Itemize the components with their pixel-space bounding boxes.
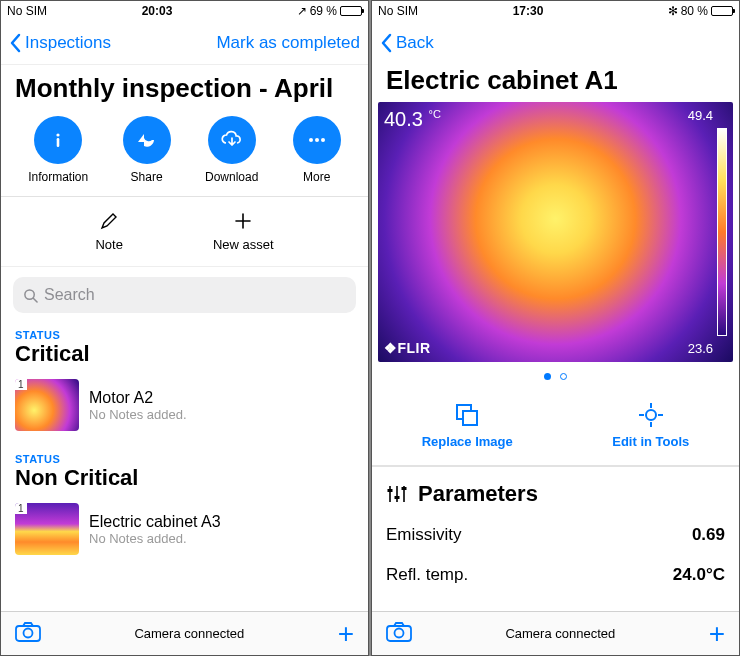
thumb-badge: 1 bbox=[15, 379, 27, 390]
asset-title: Electric cabinet A3 bbox=[89, 513, 221, 531]
footer-status: Camera connected bbox=[505, 626, 615, 641]
replace-icon bbox=[454, 402, 480, 428]
asset-subtitle: No Notes added. bbox=[89, 407, 187, 422]
share-label: Share bbox=[131, 170, 163, 184]
info-icon bbox=[48, 130, 68, 150]
mark-completed-button[interactable]: Mark as completed bbox=[216, 33, 360, 53]
dot-active bbox=[544, 373, 551, 380]
status-right: ✻ 80 % bbox=[578, 4, 733, 18]
nav-bar: Back bbox=[372, 21, 739, 65]
status-bar: No SIM 17:30 ✻ 80 % bbox=[372, 1, 739, 21]
svg-rect-13 bbox=[402, 487, 407, 490]
search-input[interactable]: Search bbox=[13, 277, 356, 313]
pencil-icon bbox=[99, 211, 119, 231]
footer-bar: Camera connected + bbox=[372, 611, 739, 655]
param-row-refl-temp[interactable]: Refl. temp. 24.0°C bbox=[372, 555, 739, 595]
more-label: More bbox=[303, 170, 330, 184]
page-title: Monthly inspection - April bbox=[1, 65, 368, 110]
footer-bar: Camera connected + bbox=[1, 611, 368, 655]
back-button[interactable]: Back bbox=[380, 33, 434, 53]
new-asset-button[interactable]: New asset bbox=[213, 211, 274, 252]
thermal-image[interactable]: 40.3 °C 49.4 23.6 ❖FLIR bbox=[378, 102, 733, 362]
footer-status: Camera connected bbox=[134, 626, 244, 641]
note-button[interactable]: Note bbox=[95, 211, 122, 252]
status-header: STATUS bbox=[1, 447, 368, 465]
location-icon: ↗ bbox=[297, 4, 307, 18]
edit-in-tools-button[interactable]: Edit in Tools bbox=[612, 402, 689, 449]
svg-point-10 bbox=[646, 410, 656, 420]
clock: 17:30 bbox=[478, 4, 578, 18]
bluetooth-icon: ✻ bbox=[668, 4, 678, 18]
replace-image-label: Replace Image bbox=[422, 434, 513, 449]
secondary-row: Note New asset bbox=[1, 197, 368, 267]
thumb-badge: 1 bbox=[15, 503, 27, 514]
battery-pct: 69 % bbox=[310, 4, 337, 18]
search-placeholder: Search bbox=[44, 286, 95, 304]
param-label: Emissivity bbox=[386, 525, 462, 545]
status-bar: No SIM 20:03 ↗ 69 % bbox=[1, 1, 368, 21]
plus-icon bbox=[233, 211, 253, 231]
information-button[interactable]: Information bbox=[28, 116, 88, 184]
asset-subtitle: No Notes added. bbox=[89, 531, 221, 546]
note-label: Note bbox=[95, 237, 122, 252]
color-scale bbox=[717, 128, 727, 336]
add-button[interactable]: + bbox=[338, 618, 354, 650]
svg-rect-1 bbox=[57, 138, 60, 147]
action-row: Information Share Download More bbox=[1, 110, 368, 197]
page-title: Electric cabinet A1 bbox=[372, 65, 739, 102]
back-button[interactable]: Inspections bbox=[9, 33, 111, 53]
battery-pct: 80 % bbox=[681, 4, 708, 18]
spot-temp: 40.3 °C bbox=[384, 108, 441, 131]
battery-icon bbox=[340, 6, 362, 16]
clock: 20:03 bbox=[107, 4, 207, 18]
camera-button[interactable] bbox=[15, 622, 41, 645]
carrier: No SIM bbox=[378, 4, 478, 18]
scale-min: 23.6 bbox=[688, 341, 713, 356]
edit-in-tools-label: Edit in Tools bbox=[612, 434, 689, 449]
svg-point-2 bbox=[309, 138, 313, 142]
status-right: ↗ 69 % bbox=[207, 4, 362, 18]
download-button[interactable]: Download bbox=[205, 116, 258, 184]
page-dots[interactable] bbox=[372, 362, 739, 390]
group-critical-title: Critical bbox=[1, 341, 368, 373]
replace-image-button[interactable]: Replace Image bbox=[422, 402, 513, 449]
crosshair-icon bbox=[638, 402, 664, 428]
param-label: Refl. temp. bbox=[386, 565, 468, 585]
back-label: Inspections bbox=[25, 33, 111, 53]
group-noncritical-title: Non Critical bbox=[1, 465, 368, 497]
download-label: Download bbox=[205, 170, 258, 184]
tool-row: Replace Image Edit in Tools bbox=[372, 390, 739, 466]
param-row-emissivity[interactable]: Emissivity 0.69 bbox=[372, 515, 739, 555]
parameters-header: Parameters bbox=[372, 466, 739, 515]
svg-point-0 bbox=[57, 133, 60, 136]
nav-bar: Inspections Mark as completed bbox=[1, 21, 368, 65]
dot-inactive bbox=[560, 373, 567, 380]
information-label: Information bbox=[28, 170, 88, 184]
camera-button[interactable] bbox=[386, 622, 412, 645]
phone-inspection-list: No SIM 20:03 ↗ 69 % Inspections Mark as … bbox=[0, 0, 369, 656]
add-button[interactable]: + bbox=[709, 618, 725, 650]
search-icon bbox=[23, 288, 38, 303]
status-header: STATUS bbox=[1, 323, 368, 341]
svg-point-3 bbox=[315, 138, 319, 142]
more-button[interactable]: More bbox=[293, 116, 341, 184]
battery-icon bbox=[711, 6, 733, 16]
thermal-bg bbox=[378, 102, 733, 362]
list-item[interactable]: 1 Motor A2 No Notes added. bbox=[1, 373, 368, 437]
camera-icon bbox=[386, 622, 412, 642]
chevron-left-icon bbox=[380, 33, 392, 53]
svg-rect-12 bbox=[395, 496, 400, 499]
svg-point-4 bbox=[321, 138, 325, 142]
sliders-icon bbox=[386, 483, 408, 505]
more-icon bbox=[306, 129, 328, 151]
camera-icon bbox=[15, 622, 41, 642]
svg-point-7 bbox=[24, 629, 33, 638]
asset-title: Motor A2 bbox=[89, 389, 187, 407]
parameters-title: Parameters bbox=[418, 481, 538, 507]
phone-asset-detail: No SIM 17:30 ✻ 80 % Back Electric cabine… bbox=[371, 0, 740, 656]
share-button[interactable]: Share bbox=[123, 116, 171, 184]
svg-rect-9 bbox=[463, 411, 477, 425]
chevron-left-icon bbox=[9, 33, 21, 53]
cloud-download-icon bbox=[220, 128, 244, 152]
list-item[interactable]: 1 Electric cabinet A3 No Notes added. bbox=[1, 497, 368, 561]
